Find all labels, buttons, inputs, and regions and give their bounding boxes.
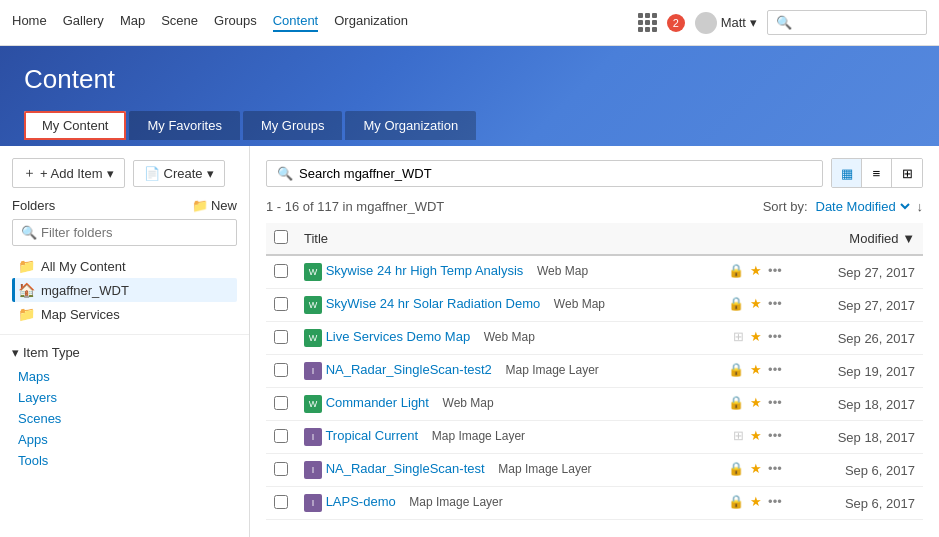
row-date-cell: Sep 18, 2017 [790,388,923,421]
list-view-button[interactable]: ≡ [862,159,892,187]
item-type-tools[interactable]: Tools [12,450,237,471]
more-options-icon[interactable]: ••• [768,461,782,476]
user-name: Matt [721,15,746,30]
star-icon[interactable]: ★ [750,494,762,509]
folder-item-mapservices[interactable]: 📁 Map Services [12,302,237,326]
more-options-icon[interactable]: ••• [768,428,782,443]
filter-icon: 🔍 [21,225,37,240]
column-title: Title [296,223,790,255]
item-title-link[interactable]: Commander Light [326,395,429,410]
more-options-icon[interactable]: ••• [768,494,782,509]
sort-direction-icon[interactable]: ↓ [917,199,924,214]
row-checkbox[interactable] [274,462,288,476]
add-item-chevron-icon: ▾ [107,166,114,181]
item-title-link[interactable]: Live Services Demo Map [326,329,471,344]
nav-content[interactable]: Content [273,13,319,32]
row-checkbox[interactable] [274,330,288,344]
plus-icon: ＋ [23,164,36,182]
more-options-icon[interactable]: ••• [768,296,782,311]
new-folder-button[interactable]: 📁 New [192,198,237,213]
row-checkbox[interactable] [274,363,288,377]
item-title-link[interactable]: Skywise 24 hr High Temp Analysis [326,263,524,278]
tab-my-content[interactable]: My Content [24,111,126,140]
item-title-link[interactable]: SkyWise 24 hr Solar Radiation Demo [326,296,541,311]
lock-icon: 🔒 [728,395,744,410]
more-options-icon[interactable]: ••• [768,329,782,344]
grid-view-button[interactable]: ▦ [832,159,862,187]
item-title-link[interactable]: NA_Radar_SingleScan-test2 [326,362,492,377]
folder-item-mgaffner[interactable]: 🏠 mgaffner_WDT [12,278,237,302]
nav-organization[interactable]: Organization [334,13,408,32]
row-title-cell: I NA_Radar_SingleScan-test2 Map Image La… [296,355,790,388]
item-type-header[interactable]: ▾ Item Type [12,345,237,360]
add-item-button[interactable]: ＋ + Add Item ▾ [12,158,125,188]
add-item-label: + Add Item [40,166,103,181]
global-search-input[interactable] [796,15,926,30]
folder-item-all[interactable]: 📁 All My Content [12,254,237,278]
chevron-down-icon: ▾ [12,345,19,360]
table-header-row: Title Modified ▼ [266,223,923,255]
row-checkbox[interactable] [274,396,288,410]
content-search-box[interactable]: 🔍 [266,160,823,187]
top-nav: Home Gallery Map Scene Groups Content Or… [0,0,939,46]
star-icon[interactable]: ★ [750,362,762,377]
header-checkbox-cell [266,223,296,255]
nav-gallery[interactable]: Gallery [63,13,104,32]
item-type-label: Web Map [554,297,605,311]
row-checkbox[interactable] [274,429,288,443]
nav-scene[interactable]: Scene [161,13,198,32]
item-title-link[interactable]: NA_Radar_SingleScan-test [326,461,485,476]
row-title-cell: W Skywise 24 hr High Temp Analysis Web M… [296,255,790,289]
more-options-icon[interactable]: ••• [768,263,782,278]
row-checkbox[interactable] [274,264,288,278]
row-checkbox[interactable] [274,297,288,311]
star-icon[interactable]: ★ [750,428,762,443]
star-icon[interactable]: ★ [750,263,762,278]
item-type-list: Maps Layers Scenes Apps Tools [12,366,237,471]
more-options-icon[interactable]: ••• [768,395,782,410]
folder-filter-box[interactable]: 🔍 [12,219,237,246]
sort-label: Sort by: [763,199,808,214]
list-view-icon: ≡ [873,166,881,181]
item-type-apps[interactable]: Apps [12,429,237,450]
apps-grid-icon[interactable] [638,13,657,32]
lock-icon: 🔒 [728,494,744,509]
item-type-layers[interactable]: Layers [12,387,237,408]
folder-filter-input[interactable] [41,225,228,240]
content-search-input[interactable] [299,166,812,181]
tab-my-organization[interactable]: My Organization [345,111,476,140]
nav-map[interactable]: Map [120,13,145,32]
item-type-label: Web Map [443,396,494,410]
select-all-checkbox[interactable] [274,230,288,244]
star-icon[interactable]: ★ [750,296,762,311]
global-search-box[interactable]: 🔍 [767,10,927,35]
compact-view-button[interactable]: ⊞ [892,159,922,187]
item-title-link[interactable]: LAPS-demo [326,494,396,509]
create-label: Create [164,166,203,181]
user-menu[interactable]: Matt ▾ [695,12,757,34]
column-modified[interactable]: Modified ▼ [790,223,923,255]
star-icon[interactable]: ★ [750,395,762,410]
tab-my-favorites[interactable]: My Favorites [129,111,239,140]
imagelayer-icon: I [304,428,322,446]
star-icon[interactable]: ★ [750,329,762,344]
item-type-label: Map Image Layer [505,363,598,377]
item-type-maps[interactable]: Maps [12,366,237,387]
nav-groups[interactable]: Groups [214,13,257,32]
create-button[interactable]: 📄 Create ▾ [133,160,225,187]
row-title-cell: I NA_Radar_SingleScan-test Map Image Lay… [296,454,790,487]
imagelayer-icon: I [304,494,322,512]
row-title-cell: I Tropical Current Map Image Layer ⊞ ★ •… [296,421,790,454]
row-checkbox-cell [266,355,296,388]
item-title-link[interactable]: Tropical Current [325,428,418,443]
item-type-section: ▾ Item Type Maps Layers Scenes Apps Tool… [0,334,249,471]
item-type-scenes[interactable]: Scenes [12,408,237,429]
tab-my-groups[interactable]: My Groups [243,111,343,140]
more-options-icon[interactable]: ••• [768,362,782,377]
sort-select[interactable]: Date Modified [812,198,913,215]
row-checkbox[interactable] [274,495,288,509]
star-icon[interactable]: ★ [750,461,762,476]
notification-badge[interactable]: 2 [667,14,685,32]
row-checkbox-cell [266,289,296,322]
nav-home[interactable]: Home [12,13,47,32]
